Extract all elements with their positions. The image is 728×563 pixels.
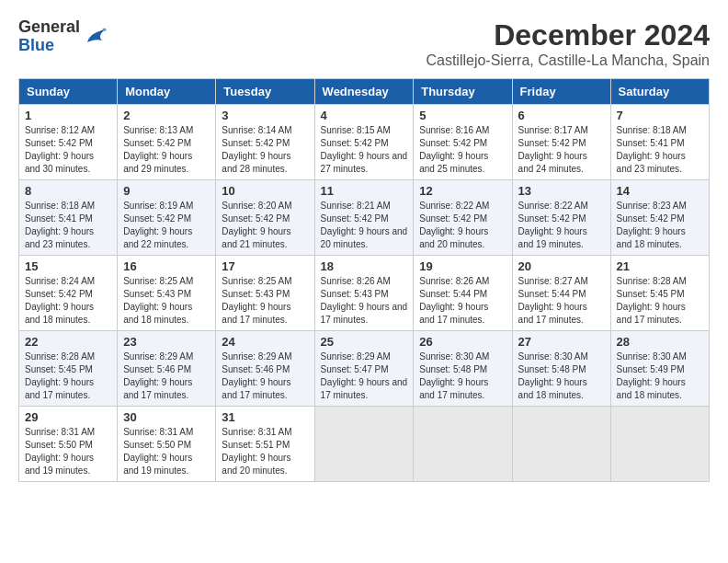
- calendar-cell: 7Sunrise: 8:18 AM Sunset: 5:41 PM Daylig…: [610, 105, 709, 180]
- calendar-cell: 10Sunrise: 8:20 AM Sunset: 5:42 PM Dayli…: [216, 180, 314, 256]
- calendar-header-sunday: Sunday: [19, 79, 118, 105]
- calendar-week-row: 29Sunrise: 8:31 AM Sunset: 5:50 PM Dayli…: [19, 407, 710, 482]
- cell-content: Sunrise: 8:19 AM Sunset: 5:42 PM Dayligh…: [123, 200, 210, 251]
- cell-content: Sunrise: 8:18 AM Sunset: 5:41 PM Dayligh…: [617, 124, 703, 176]
- calendar-cell: 25Sunrise: 8:29 AM Sunset: 5:47 PM Dayli…: [314, 331, 414, 407]
- calendar-cell: 19Sunrise: 8:26 AM Sunset: 5:44 PM Dayli…: [414, 256, 512, 331]
- calendar-week-row: 1Sunrise: 8:12 AM Sunset: 5:42 PM Daylig…: [19, 105, 710, 180]
- day-number: 5: [419, 109, 506, 122]
- calendar-cell: [610, 407, 709, 482]
- cell-content: Sunrise: 8:22 AM Sunset: 5:42 PM Dayligh…: [518, 200, 605, 251]
- calendar-cell: 1Sunrise: 8:12 AM Sunset: 5:42 PM Daylig…: [19, 105, 118, 180]
- cell-content: Sunrise: 8:26 AM Sunset: 5:44 PM Dayligh…: [419, 275, 506, 327]
- cell-content: Sunrise: 8:30 AM Sunset: 5:49 PM Dayligh…: [617, 350, 703, 402]
- day-number: 25: [321, 335, 408, 349]
- calendar-cell: [414, 407, 512, 482]
- calendar-header-monday: Monday: [118, 79, 216, 105]
- calendar-cell: 26Sunrise: 8:30 AM Sunset: 5:48 PM Dayli…: [414, 331, 512, 407]
- logo: General Blue: [18, 18, 109, 55]
- calendar-cell: 22Sunrise: 8:28 AM Sunset: 5:45 PM Dayli…: [19, 331, 118, 407]
- cell-content: Sunrise: 8:29 AM Sunset: 5:47 PM Dayligh…: [321, 350, 408, 402]
- calendar-cell: 8Sunrise: 8:18 AM Sunset: 5:41 PM Daylig…: [19, 180, 118, 256]
- calendar-header-friday: Friday: [512, 79, 610, 105]
- day-number: 29: [25, 410, 111, 424]
- logo-general: General: [18, 18, 80, 37]
- day-number: 24: [222, 335, 308, 349]
- day-number: 18: [321, 259, 408, 273]
- calendar-table: SundayMondayTuesdayWednesdayThursdayFrid…: [18, 78, 710, 482]
- calendar-header-saturday: Saturday: [610, 79, 709, 105]
- calendar-cell: 30Sunrise: 8:31 AM Sunset: 5:50 PM Dayli…: [118, 407, 216, 482]
- cell-content: Sunrise: 8:16 AM Sunset: 5:42 PM Dayligh…: [419, 124, 506, 176]
- logo-bird-icon: [84, 24, 109, 50]
- day-number: 23: [123, 335, 210, 349]
- cell-content: Sunrise: 8:29 AM Sunset: 5:46 PM Dayligh…: [222, 350, 308, 402]
- day-number: 27: [518, 335, 605, 349]
- calendar-cell: 27Sunrise: 8:30 AM Sunset: 5:48 PM Dayli…: [512, 331, 610, 407]
- day-number: 30: [123, 410, 210, 424]
- calendar-header-tuesday: Tuesday: [216, 79, 314, 105]
- day-number: 1: [25, 109, 111, 122]
- calendar-cell: 17Sunrise: 8:25 AM Sunset: 5:43 PM Dayli…: [216, 256, 314, 331]
- day-number: 28: [617, 335, 703, 349]
- day-number: 7: [617, 109, 703, 122]
- cell-content: Sunrise: 8:23 AM Sunset: 5:42 PM Dayligh…: [617, 200, 703, 251]
- calendar-cell: 15Sunrise: 8:24 AM Sunset: 5:42 PM Dayli…: [19, 256, 118, 331]
- day-number: 31: [222, 410, 308, 424]
- calendar-cell: 4Sunrise: 8:15 AM Sunset: 5:42 PM Daylig…: [314, 105, 414, 180]
- calendar-cell: 23Sunrise: 8:29 AM Sunset: 5:46 PM Dayli…: [118, 331, 216, 407]
- calendar-cell: 9Sunrise: 8:19 AM Sunset: 5:42 PM Daylig…: [118, 180, 216, 256]
- cell-content: Sunrise: 8:18 AM Sunset: 5:41 PM Dayligh…: [25, 200, 111, 251]
- day-number: 13: [518, 184, 605, 198]
- cell-content: Sunrise: 8:22 AM Sunset: 5:42 PM Dayligh…: [419, 200, 506, 251]
- day-number: 9: [123, 184, 210, 198]
- cell-content: Sunrise: 8:31 AM Sunset: 5:51 PM Dayligh…: [222, 426, 308, 477]
- calendar-cell: 20Sunrise: 8:27 AM Sunset: 5:44 PM Dayli…: [512, 256, 610, 331]
- calendar-cell: 6Sunrise: 8:17 AM Sunset: 5:42 PM Daylig…: [512, 105, 610, 180]
- cell-content: Sunrise: 8:27 AM Sunset: 5:44 PM Dayligh…: [518, 275, 605, 327]
- cell-content: Sunrise: 8:25 AM Sunset: 5:43 PM Dayligh…: [123, 275, 210, 327]
- calendar-header-thursday: Thursday: [414, 79, 512, 105]
- cell-content: Sunrise: 8:24 AM Sunset: 5:42 PM Dayligh…: [25, 275, 111, 327]
- cell-content: Sunrise: 8:31 AM Sunset: 5:50 PM Dayligh…: [25, 426, 111, 477]
- calendar-cell: 2Sunrise: 8:13 AM Sunset: 5:42 PM Daylig…: [118, 105, 216, 180]
- cell-content: Sunrise: 8:30 AM Sunset: 5:48 PM Dayligh…: [518, 350, 605, 402]
- calendar-cell: 21Sunrise: 8:28 AM Sunset: 5:45 PM Dayli…: [610, 256, 709, 331]
- day-number: 22: [25, 335, 111, 349]
- calendar-cell: 5Sunrise: 8:16 AM Sunset: 5:42 PM Daylig…: [414, 105, 512, 180]
- day-number: 11: [321, 184, 408, 198]
- calendar-cell: 16Sunrise: 8:25 AM Sunset: 5:43 PM Dayli…: [118, 256, 216, 331]
- day-number: 21: [617, 259, 703, 273]
- calendar-week-row: 22Sunrise: 8:28 AM Sunset: 5:45 PM Dayli…: [19, 331, 710, 407]
- calendar-cell: [314, 407, 414, 482]
- day-number: 19: [419, 259, 506, 273]
- cell-content: Sunrise: 8:14 AM Sunset: 5:42 PM Dayligh…: [222, 124, 308, 176]
- day-number: 12: [419, 184, 506, 198]
- day-number: 2: [123, 109, 210, 122]
- day-number: 8: [25, 184, 111, 198]
- day-number: 4: [321, 109, 408, 122]
- day-number: 17: [222, 259, 308, 273]
- cell-content: Sunrise: 8:28 AM Sunset: 5:45 PM Dayligh…: [617, 275, 703, 327]
- calendar-cell: 3Sunrise: 8:14 AM Sunset: 5:42 PM Daylig…: [216, 105, 314, 180]
- day-number: 15: [25, 259, 111, 273]
- calendar-cell: 12Sunrise: 8:22 AM Sunset: 5:42 PM Dayli…: [414, 180, 512, 256]
- calendar-cell: 11Sunrise: 8:21 AM Sunset: 5:42 PM Dayli…: [314, 180, 414, 256]
- title-section: December 2024 Castillejo-Sierra, Castill…: [426, 18, 710, 69]
- cell-content: Sunrise: 8:13 AM Sunset: 5:42 PM Dayligh…: [123, 124, 210, 176]
- cell-content: Sunrise: 8:26 AM Sunset: 5:43 PM Dayligh…: [321, 275, 408, 327]
- subtitle: Castillejo-Sierra, Castille-La Mancha, S…: [426, 52, 710, 69]
- calendar-body: 1Sunrise: 8:12 AM Sunset: 5:42 PM Daylig…: [19, 105, 710, 482]
- cell-content: Sunrise: 8:30 AM Sunset: 5:48 PM Dayligh…: [419, 350, 506, 402]
- day-number: 26: [419, 335, 506, 349]
- day-number: 10: [222, 184, 308, 198]
- calendar-header-wednesday: Wednesday: [314, 79, 414, 105]
- cell-content: Sunrise: 8:28 AM Sunset: 5:45 PM Dayligh…: [25, 350, 111, 402]
- cell-content: Sunrise: 8:12 AM Sunset: 5:42 PM Dayligh…: [25, 124, 111, 176]
- cell-content: Sunrise: 8:17 AM Sunset: 5:42 PM Dayligh…: [518, 124, 605, 176]
- day-number: 20: [518, 259, 605, 273]
- cell-content: Sunrise: 8:25 AM Sunset: 5:43 PM Dayligh…: [222, 275, 308, 327]
- page-header: General Blue December 2024 Castillejo-Si…: [18, 18, 710, 69]
- main-title: December 2024: [426, 18, 710, 52]
- calendar-cell: 29Sunrise: 8:31 AM Sunset: 5:50 PM Dayli…: [19, 407, 118, 482]
